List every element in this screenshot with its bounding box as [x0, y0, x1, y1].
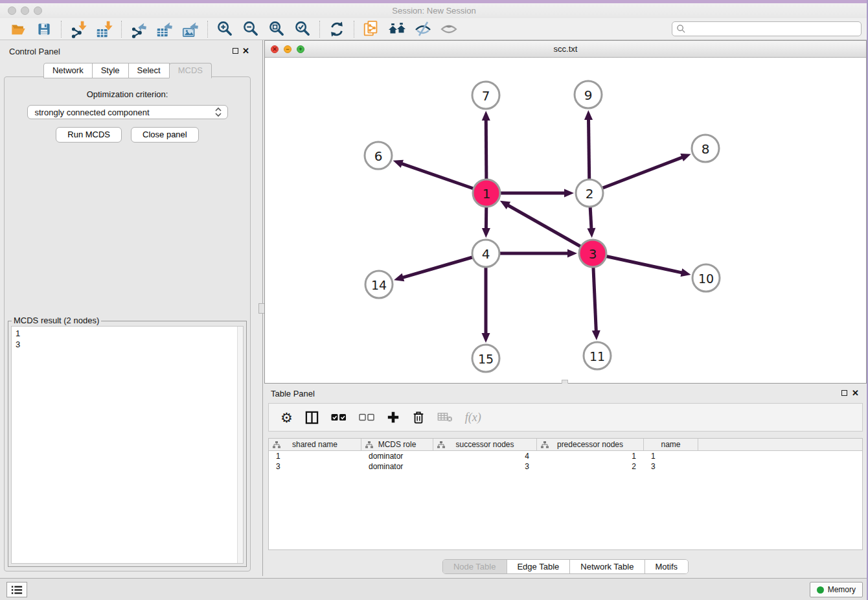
result-scrollbar[interactable] — [237, 327, 243, 563]
arrowhead-1-4 — [482, 228, 490, 238]
control-panel-title: Control Panel — [9, 47, 60, 56]
cell-predecessor-nodes[interactable]: 1 — [537, 451, 644, 461]
open-session-icon[interactable] — [5, 19, 31, 39]
mcds-panel: Optimization criterion: strongly connect… — [4, 76, 251, 571]
column-header-shared-name[interactable]: shared name — [269, 439, 361, 450]
task-history-button[interactable] — [6, 582, 27, 597]
function-builder-icon: f(x) — [465, 411, 481, 424]
tab-select[interactable]: Select — [128, 63, 170, 78]
toolbar-separator — [121, 21, 122, 38]
control-panel-tabs: NetworkStyleSelectMCDS — [0, 63, 255, 78]
search-input[interactable] — [686, 25, 857, 34]
cell-successor-nodes[interactable]: 3 — [433, 461, 537, 472]
column-label: predecessor nodes — [557, 440, 623, 449]
arrowhead-2-3 — [587, 228, 595, 238]
close-panel-icon[interactable]: ✕ — [242, 46, 249, 56]
cell-shared-name[interactable]: 3 — [269, 461, 361, 472]
run-mcds-button[interactable]: Run MCDS — [56, 127, 122, 143]
cell-predecessor-nodes[interactable]: 2 — [537, 461, 644, 472]
gear-icon[interactable]: ⚙ — [280, 411, 293, 424]
tab-edge-table[interactable]: Edge Table — [506, 560, 569, 573]
cell-successor-nodes[interactable]: 4 — [433, 451, 537, 461]
column-header-name[interactable]: name — [644, 439, 698, 450]
float-table-panel-icon[interactable] — [841, 390, 847, 396]
cell-name[interactable]: 1 — [644, 451, 698, 461]
cell-name[interactable]: 3 — [644, 461, 698, 472]
zoom-selected-icon[interactable] — [290, 19, 315, 39]
cell-mcds-role[interactable]: dominator — [361, 451, 433, 461]
mcds-result-text: 1 3 — [12, 327, 243, 350]
deselect-all-icon[interactable] — [359, 413, 374, 421]
chevron-updown-icon — [214, 107, 222, 117]
tab-network-table[interactable]: Network Table — [569, 560, 644, 573]
float-panel-icon[interactable] — [233, 48, 238, 54]
column-header-successor-nodes[interactable]: successor nodes — [433, 439, 537, 450]
cell-mcds-role[interactable]: dominator — [361, 461, 433, 472]
toolbar-separator — [61, 21, 62, 38]
mcds-result-box: MCDS result (2 nodes) 1 3 — [8, 321, 247, 567]
zoom-out-icon[interactable] — [238, 19, 264, 39]
search-box[interactable] — [672, 21, 862, 36]
arrowhead-1-7 — [482, 111, 490, 121]
tab-mcds[interactable]: MCDS — [169, 63, 212, 78]
list-icon — [11, 585, 23, 595]
table-toolbar: ⚙ f(x) — [268, 403, 863, 432]
table-panel-title: Table Panel — [271, 389, 315, 398]
arrowhead-1-2 — [564, 189, 574, 198]
show-panel-icon — [436, 19, 462, 39]
titlebar: Session: New Session — [0, 3, 868, 18]
tab-node-table[interactable]: Node Table — [443, 560, 507, 573]
edge-2-8[interactable] — [589, 157, 683, 193]
arrowhead-4-3 — [567, 249, 577, 258]
node-label-10: 10 — [698, 271, 714, 286]
export-network-icon[interactable] — [126, 19, 152, 39]
tab-network[interactable]: Network — [43, 63, 93, 78]
mcds-result-title: MCDS result (2 nodes) — [12, 316, 101, 325]
node-label-2: 2 — [586, 186, 594, 202]
toolbar-separator — [354, 21, 354, 38]
node-label-3: 3 — [589, 246, 597, 262]
columns-icon[interactable] — [305, 411, 319, 424]
column-header-mcds-role[interactable]: MCDS role — [361, 439, 433, 450]
node-label-8: 8 — [702, 141, 710, 157]
network-view-window: ✕ − + scc.txt 1234678910111415 — [264, 40, 867, 384]
column-label: shared name — [292, 440, 337, 449]
close-table-panel-icon[interactable]: ✕ — [852, 388, 859, 398]
export-image-icon[interactable] — [177, 19, 203, 39]
node-label-14: 14 — [371, 278, 387, 292]
zoom-in-icon[interactable] — [212, 19, 238, 39]
memory-button[interactable]: Memory — [810, 582, 863, 597]
table-body: 1dominator4113dominator323 — [269, 451, 862, 472]
close-panel-button[interactable]: Close panel — [131, 127, 199, 143]
arrowhead-2-8 — [680, 154, 691, 161]
delete-column-icon[interactable] — [412, 411, 425, 424]
hide-panels-icon[interactable] — [410, 19, 436, 39]
arrowhead-2-9 — [584, 110, 593, 120]
network-view-title: scc.txt — [265, 44, 866, 54]
network-from-file-icon[interactable] — [358, 19, 384, 39]
zoom-fit-icon[interactable] — [264, 19, 290, 39]
criterion-dropdown[interactable]: strongly connected component — [27, 105, 228, 119]
nested-networks-icon[interactable] — [384, 19, 410, 39]
network-canvas[interactable]: 1234678910111415 — [265, 58, 866, 383]
refresh-icon[interactable] — [324, 19, 350, 39]
tab-motifs[interactable]: Motifs — [644, 560, 688, 573]
cell-shared-name[interactable]: 1 — [269, 451, 361, 461]
save-session-icon[interactable] — [31, 19, 57, 39]
table-row-1[interactable]: 1dominator411 — [269, 451, 862, 461]
column-header-predecessor-nodes[interactable]: predecessor nodes — [537, 439, 644, 450]
edge-3-1[interactable] — [507, 205, 593, 253]
arrowhead-3-11 — [592, 330, 600, 340]
tab-style[interactable]: Style — [92, 63, 129, 78]
add-column-icon[interactable] — [387, 411, 400, 424]
import-table-icon[interactable] — [91, 19, 117, 39]
toolbar-separator — [207, 21, 208, 38]
table-row-2[interactable]: 3dominator323 — [269, 461, 862, 472]
main-toolbar — [0, 18, 868, 40]
select-all-icon[interactable] — [331, 413, 347, 421]
node-table[interactable]: shared nameMCDS rolesuccessor nodesprede… — [268, 438, 863, 550]
search-icon — [676, 24, 686, 34]
import-network-icon[interactable] — [65, 19, 91, 39]
mcds-result-area[interactable]: 1 3 — [11, 326, 244, 564]
export-table-icon[interactable] — [152, 19, 177, 39]
